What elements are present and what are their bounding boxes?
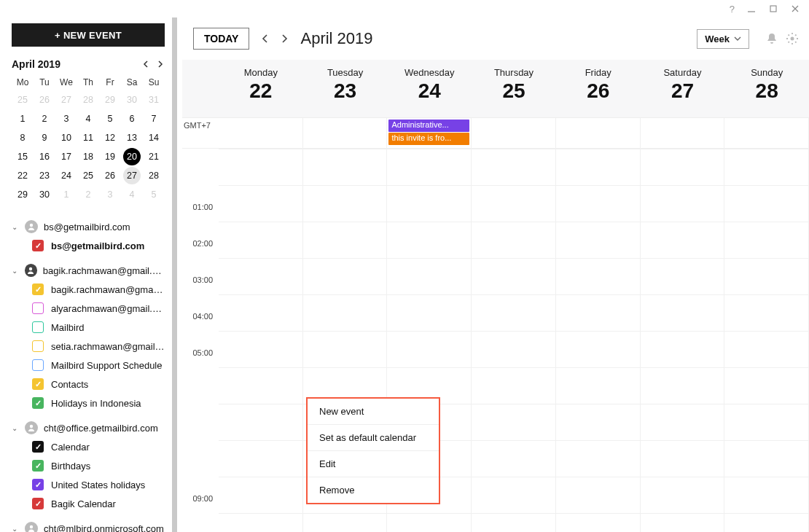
close-icon[interactable] [790, 4, 800, 14]
calendar-checkbox[interactable] [32, 321, 44, 333]
mini-day[interactable]: 24 [55, 166, 77, 185]
sidebar-scrollbar[interactable] [172, 17, 177, 532]
calendar-item[interactable]: Calendar [12, 437, 165, 456]
mini-calendar[interactable]: MoTuWeThFrSaSu 2526272829303112345678910… [12, 77, 165, 204]
mini-day[interactable]: 12 [99, 128, 121, 147]
mini-day[interactable]: 7 [143, 109, 165, 128]
calendar-item[interactable]: Birthdays [12, 456, 165, 475]
calendar-checkbox[interactable] [32, 302, 44, 314]
mini-day[interactable]: 19 [99, 147, 121, 166]
allday-cell[interactable] [472, 118, 556, 148]
mini-day[interactable]: 4 [77, 109, 99, 128]
context-menu-item[interactable]: Set as default calendar [308, 424, 439, 450]
mini-day[interactable]: 14 [143, 128, 165, 147]
mini-day[interactable]: 4 [121, 185, 143, 204]
day-header[interactable]: Wednesday24 [387, 60, 472, 117]
mini-day[interactable]: 27 [55, 90, 77, 109]
account-header[interactable]: ⌄bagik.rachmawan@gmail.com [12, 261, 165, 280]
mini-day[interactable]: 2 [34, 109, 55, 128]
gear-icon[interactable] [786, 32, 799, 45]
calendar-checkbox[interactable] [32, 479, 44, 490]
mini-prev-icon[interactable] [141, 60, 150, 69]
context-menu-item[interactable]: Edit [308, 450, 439, 477]
day-header[interactable]: Thursday25 [472, 60, 556, 117]
mini-day[interactable]: 21 [143, 147, 165, 166]
allday-cell[interactable] [303, 118, 388, 148]
calendar-checkbox[interactable] [32, 397, 44, 409]
prev-week-icon[interactable] [259, 33, 271, 44]
next-week-icon[interactable] [278, 33, 290, 44]
calendar-checkbox[interactable] [32, 359, 44, 371]
mini-day[interactable]: 5 [143, 185, 165, 204]
mini-day[interactable]: 3 [99, 185, 121, 204]
calendar-checkbox[interactable] [32, 340, 44, 352]
restore-icon[interactable] [768, 4, 778, 14]
calendar-checkbox[interactable] [32, 283, 44, 295]
new-event-button[interactable]: + NEW EVENT [12, 23, 165, 47]
day-header[interactable]: Tuesday23 [303, 60, 388, 117]
calendar-checkbox[interactable] [32, 441, 44, 453]
mini-day[interactable]: 2 [77, 185, 99, 204]
calendar-checkbox[interactable] [32, 460, 44, 472]
allday-cell[interactable] [556, 118, 641, 148]
account-header[interactable]: ⌄cht@mlbird.onmicrosoft.com [12, 519, 165, 532]
mini-day[interactable]: 8 [12, 128, 34, 147]
mini-day[interactable]: 26 [99, 166, 121, 185]
account-header[interactable]: ⌄bs@getmailbird.com [12, 217, 165, 236]
view-select[interactable]: Week [697, 29, 749, 49]
mini-day[interactable]: 29 [12, 185, 34, 204]
calendar-checkbox[interactable] [32, 240, 44, 251]
mini-day[interactable]: 28 [77, 90, 99, 109]
mini-day[interactable]: 27 [121, 166, 143, 185]
mini-day[interactable]: 23 [34, 166, 55, 185]
mini-day[interactable]: 20 [121, 147, 143, 166]
mini-day[interactable]: 16 [34, 147, 55, 166]
bell-icon[interactable] [765, 32, 778, 45]
account-header[interactable]: ⌄cht@office.getmailbird.com [12, 418, 165, 437]
mini-day[interactable]: 30 [34, 185, 55, 204]
calendar-item[interactable]: bs@getmailbird.com [12, 236, 165, 255]
day-header[interactable]: Sunday28 [724, 60, 809, 117]
minimize-icon[interactable] [746, 4, 757, 14]
mini-day[interactable]: 18 [77, 147, 99, 166]
calendar-item[interactable]: Mailbird Support Schedule [12, 356, 165, 375]
mini-day[interactable]: 1 [12, 109, 34, 128]
day-header[interactable]: Friday26 [556, 60, 641, 117]
allday-event[interactable]: Administrative... [388, 120, 469, 132]
mini-day[interactable]: 25 [12, 90, 34, 109]
mini-day[interactable]: 15 [12, 147, 34, 166]
allday-cell[interactable] [219, 118, 303, 148]
mini-day[interactable]: 5 [99, 109, 121, 128]
today-button[interactable]: TODAY [193, 28, 249, 50]
mini-day[interactable]: 31 [143, 90, 165, 109]
allday-cell[interactable] [724, 118, 809, 148]
mini-day[interactable]: 6 [121, 109, 143, 128]
calendar-item[interactable]: United States holidays [12, 475, 165, 494]
calendar-item[interactable]: Mailbird [12, 318, 165, 337]
mini-day[interactable]: 17 [55, 147, 77, 166]
mini-day[interactable]: 25 [77, 166, 99, 185]
help-icon[interactable]: ? [730, 4, 735, 15]
context-menu-item[interactable]: New event [308, 399, 439, 424]
context-menu-item[interactable]: Remove [308, 477, 439, 503]
day-header[interactable]: Saturday27 [641, 60, 725, 117]
mini-day[interactable]: 10 [55, 128, 77, 147]
calendar-checkbox[interactable] [32, 378, 44, 390]
mini-day[interactable]: 29 [99, 90, 121, 109]
mini-day[interactable]: 1 [55, 185, 77, 204]
calendar-item[interactable]: alyarachmawan@gmail.com [12, 299, 165, 318]
mini-day[interactable]: 22 [12, 166, 34, 185]
calendar-item[interactable]: bagik.rachmawan@gmail.com [12, 280, 165, 299]
mini-day[interactable]: 30 [121, 90, 143, 109]
mini-next-icon[interactable] [156, 60, 165, 69]
calendar-checkbox[interactable] [32, 498, 44, 509]
mini-day[interactable]: 13 [121, 128, 143, 147]
calendar-item[interactable]: Holidays in Indonesia [12, 394, 165, 412]
calendar-item[interactable]: Contacts [12, 375, 165, 394]
calendar-item[interactable]: setia.rachmawan@gmail.com [12, 337, 165, 356]
calendar-item[interactable]: Bagik Calendar [12, 494, 165, 513]
allday-event[interactable]: this invite is fro... [388, 133, 469, 145]
mini-day[interactable]: 9 [34, 128, 55, 147]
day-header[interactable]: Monday22 [219, 60, 303, 117]
mini-day[interactable]: 28 [143, 166, 165, 185]
